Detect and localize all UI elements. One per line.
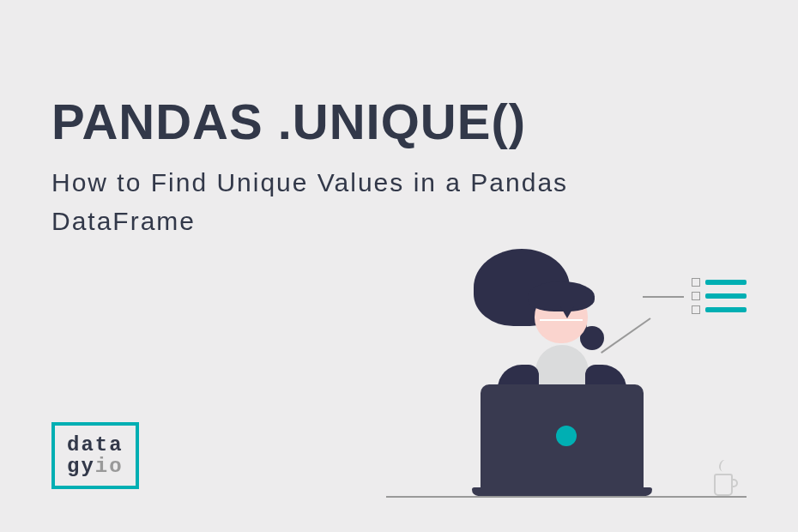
- page-title: PANDAS .UNIQUE(): [51, 93, 526, 150]
- list-item: [692, 305, 747, 314]
- callout-line: [643, 296, 684, 298]
- list-bar: [705, 307, 747, 312]
- hero-illustration: [386, 257, 747, 498]
- coffee-cup-icon: [714, 469, 738, 496]
- list-item: [692, 292, 747, 300]
- laptop-icon: [472, 384, 652, 496]
- logo-line-2: gyio: [67, 456, 124, 477]
- laptop-logo-dot: [556, 426, 577, 446]
- logo-text-gy: gy: [67, 456, 95, 477]
- list-item: [692, 278, 747, 287]
- checkbox-icon: [692, 278, 700, 287]
- checklist-icon: [692, 278, 747, 314]
- checkbox-icon: [692, 305, 700, 314]
- list-bar: [705, 293, 747, 299]
- page-subtitle: How to Find Unique Values in a Pandas Da…: [51, 163, 704, 240]
- logo-text-io: io: [95, 456, 124, 477]
- checkbox-icon: [692, 292, 700, 300]
- list-bar: [705, 280, 747, 285]
- logo-line-1: data: [67, 434, 124, 456]
- logo-text-data: data: [67, 434, 124, 456]
- datagy-logo: data gyio: [51, 422, 139, 489]
- desk-line: [386, 496, 747, 498]
